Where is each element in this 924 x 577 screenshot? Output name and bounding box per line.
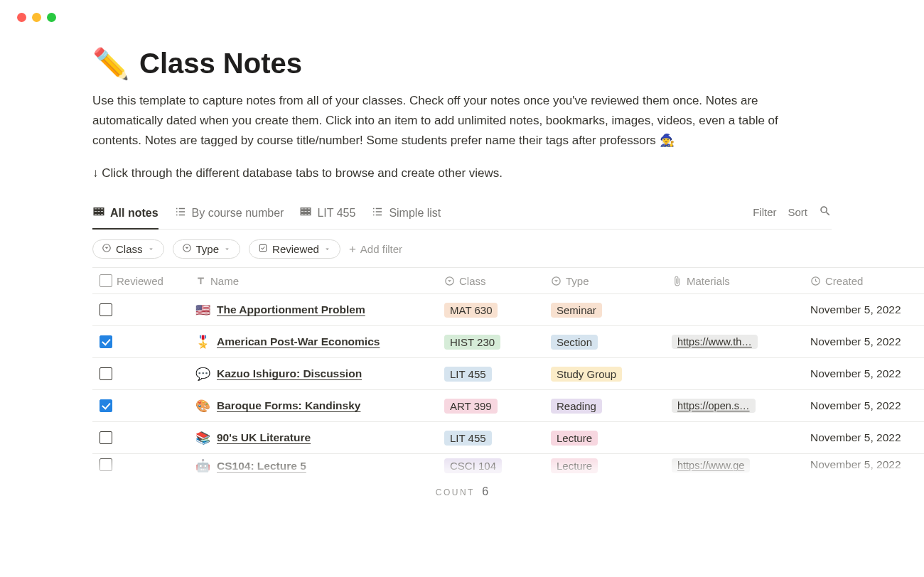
row-icon: 🇺🇸 [195, 303, 210, 318]
row-icon: 🎖️ [195, 335, 210, 350]
page-description[interactable]: Use this template to capture notes from … [92, 91, 817, 151]
filter-type[interactable]: Type [173, 239, 241, 259]
table-header: Reviewed Name Class Type Materials Creat… [92, 267, 924, 294]
class-tag[interactable]: MAT 630 [444, 303, 498, 318]
type-tag[interactable]: Lecture [551, 458, 598, 473]
reviewed-checkbox[interactable] [100, 335, 112, 348]
row-icon: 🎨 [195, 399, 210, 414]
class-tag[interactable]: HIST 230 [444, 335, 500, 350]
checkbox-icon [100, 274, 112, 287]
table-row[interactable]: 💬Kazuo Ishiguro: DiscussionLIT 455Study … [92, 358, 924, 390]
type-tag[interactable]: Lecture [551, 431, 598, 446]
type-tag[interactable]: Section [551, 335, 598, 350]
note-title[interactable]: CS104: Lecture 5 [217, 460, 306, 473]
row-icon: 💬 [195, 367, 210, 382]
materials-link[interactable]: https://www.ge [672, 458, 750, 473]
class-tag[interactable]: ART 399 [444, 399, 498, 414]
select-icon [182, 243, 192, 255]
page-hint: ↓ Click through the different database t… [92, 166, 924, 180]
class-tag[interactable]: LIT 455 [444, 431, 492, 446]
add-filter-label: Add filter [360, 243, 402, 255]
column-reviewed-label: Reviewed [117, 275, 163, 287]
note-title[interactable]: The Apportionment Problem [217, 303, 365, 316]
reviewed-checkbox[interactable] [100, 399, 112, 412]
note-title[interactable]: American Post-War Economics [217, 335, 380, 348]
reviewed-checkbox[interactable] [100, 367, 112, 380]
note-title[interactable]: Baroque Forms: Kandinsky [217, 399, 360, 412]
type-tag[interactable]: Study Group [551, 367, 622, 382]
materials-link[interactable]: https://www.th… [672, 335, 758, 349]
chevron-down-icon [223, 245, 231, 253]
reviewed-checkbox[interactable] [100, 431, 112, 444]
plus-icon: + [349, 242, 356, 257]
column-reviewed[interactable]: Reviewed [92, 274, 188, 287]
table-row[interactable]: 📚90's UK LiteratureLIT 455LectureNovembe… [92, 422, 924, 454]
sort-button[interactable]: Sort [788, 206, 807, 218]
column-type[interactable]: Type [544, 275, 665, 287]
view-tab-label: By course number [192, 207, 284, 220]
chevron-down-icon [323, 245, 331, 253]
created-date: November 5, 2022 [803, 458, 924, 471]
table-row[interactable]: 🎖️American Post-War EconomicsHIST 230Sec… [92, 326, 924, 358]
table-row[interactable]: 🎨Baroque Forms: KandinskyART 399Readingh… [92, 390, 924, 422]
reviewed-checkbox[interactable] [100, 303, 112, 316]
count-label: COUNT [436, 487, 475, 497]
list-icon [174, 205, 187, 221]
class-tag[interactable]: LIT 455 [444, 367, 492, 382]
created-date: November 5, 2022 [803, 367, 924, 380]
materials-link[interactable]: https://open.s… [672, 399, 756, 413]
search-icon[interactable] [819, 205, 832, 220]
column-materials[interactable]: Materials [665, 275, 803, 287]
row-icon: 🤖 [195, 458, 210, 473]
view-tab-all-notes[interactable]: All notes [92, 201, 159, 230]
clock-icon [810, 276, 821, 286]
notes-table: Reviewed Name Class Type Materials Creat… [92, 267, 924, 474]
column-created-label: Created [825, 275, 863, 287]
close-window-icon[interactable] [17, 13, 26, 22]
note-title[interactable]: 90's UK Literature [217, 431, 311, 444]
filter-button[interactable]: Filter [753, 206, 776, 218]
filter-reviewed[interactable]: Reviewed [249, 239, 340, 259]
column-class[interactable]: Class [437, 275, 544, 287]
class-tag[interactable]: CSCI 104 [444, 458, 502, 473]
created-date: November 5, 2022 [803, 399, 924, 412]
view-tab-lit-455[interactable]: LIT 455 [299, 201, 355, 230]
created-date: November 5, 2022 [803, 431, 924, 444]
view-tab-simple-list[interactable]: Simple list [371, 201, 441, 230]
page-header: ✏️ Class Notes [92, 46, 924, 81]
type-tag[interactable]: Reading [551, 399, 602, 414]
filter-label: Type [196, 243, 220, 255]
column-created[interactable]: Created [803, 275, 924, 287]
row-count: COUNT 6 [92, 474, 832, 498]
svg-rect-2 [259, 244, 266, 251]
view-tab-label: LIT 455 [317, 207, 355, 220]
column-materials-label: Materials [687, 275, 730, 287]
page-icon[interactable]: ✏️ [92, 46, 129, 81]
column-class-label: Class [459, 275, 486, 287]
filter-row: ClassTypeReviewed+Add filter [92, 230, 924, 267]
column-name[interactable]: Name [188, 275, 437, 287]
view-tab-label: Simple list [389, 207, 441, 220]
attachment-icon [672, 276, 682, 286]
type-tag[interactable]: Seminar [551, 303, 602, 318]
minimize-window-icon[interactable] [32, 13, 41, 22]
select-icon [551, 276, 562, 286]
filter-label: Reviewed [272, 243, 319, 255]
add-filter-button[interactable]: +Add filter [349, 242, 402, 257]
reviewed-checkbox[interactable] [100, 458, 112, 471]
filter-class[interactable]: Class [92, 239, 164, 259]
created-date: November 5, 2022 [803, 303, 924, 316]
view-tab-by-course-number[interactable]: By course number [174, 201, 284, 230]
created-date: November 5, 2022 [803, 335, 924, 348]
table-icon [299, 205, 312, 221]
checkbox-icon [258, 243, 268, 255]
select-icon [444, 276, 455, 286]
note-title[interactable]: Kazuo Ishiguro: Discussion [217, 367, 362, 380]
page-title[interactable]: Class Notes [139, 48, 302, 80]
column-type-label: Type [566, 275, 589, 287]
row-icon: 📚 [195, 431, 210, 446]
table-row[interactable]: 🤖CS104: Lecture 5CSCI 104Lecturehttps://… [92, 454, 924, 474]
text-icon [195, 276, 206, 286]
maximize-window-icon[interactable] [47, 13, 56, 22]
table-row[interactable]: 🇺🇸The Apportionment ProblemMAT 630Semina… [92, 294, 924, 326]
